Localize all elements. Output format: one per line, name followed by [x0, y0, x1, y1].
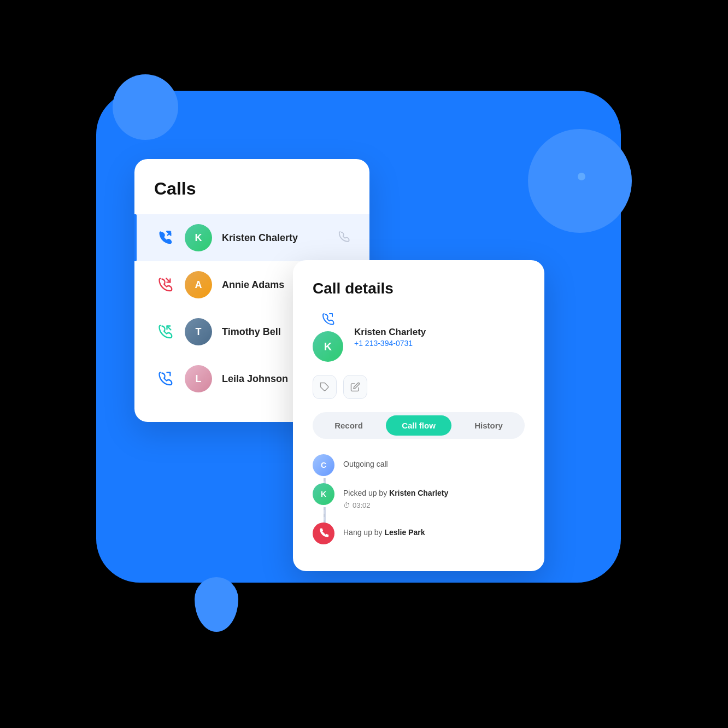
timeline-item-pickup: K Picked up by Kristen Charlety ⏱ 03:02	[313, 483, 525, 522]
tab-call-flow[interactable]: Call flow	[386, 415, 451, 436]
details-card: Call details K Kristen Charlety +1 213-3…	[293, 260, 544, 571]
call-type-icon-kristen	[154, 227, 176, 249]
details-title: Call details	[313, 280, 525, 297]
timeline-content-outgoing: Outgoing call	[343, 454, 388, 483]
timeline-text-pickup: Picked up by Kristen Charlety	[343, 488, 448, 499]
timeline-item-hangup: Hang up by Leslie Park	[313, 522, 525, 551]
timeline-item-outgoing: C Outgoing call	[313, 454, 525, 483]
call-type-icon-annie	[154, 274, 176, 296]
call-name-kristen: Kristen Chalerty	[222, 232, 338, 244]
details-contact-name: Kristen Charlety	[354, 327, 426, 338]
timeline-avatar-pickup: K	[313, 483, 334, 505]
avatar-kristen: K	[185, 224, 212, 251]
tab-history[interactable]: History	[456, 415, 521, 436]
tag-button[interactable]	[313, 375, 337, 399]
details-avatar-kristen: K	[313, 331, 343, 362]
timeline-text-outgoing: Outgoing call	[343, 459, 388, 470]
avatar-leila: L	[185, 365, 212, 392]
call-type-icon-leila	[154, 368, 176, 390]
phone-icon-kristen	[338, 231, 350, 245]
timeline-text-hangup: Hang up by Leslie Park	[343, 527, 425, 538]
deco-dot	[578, 173, 585, 180]
details-contact-phone: +1 213-394-0731	[354, 339, 426, 348]
timeline-duration: ⏱ 03:02	[343, 501, 448, 509]
calls-title: Calls	[134, 179, 369, 214]
details-contact: K Kristen Charlety +1 213-394-0731	[313, 313, 525, 362]
outgoing-call-icon	[321, 313, 334, 328]
deco-circle-topright	[528, 129, 632, 233]
duration-icon: ⏱	[343, 501, 350, 509]
edit-button[interactable]	[343, 375, 367, 399]
avatar-timothy: T	[185, 318, 212, 345]
tab-record[interactable]: Record	[316, 415, 381, 436]
timeline-content-pickup: Picked up by Kristen Charlety ⏱ 03:02	[343, 483, 448, 522]
action-buttons	[313, 375, 525, 399]
call-item-kristen[interactable]: K Kristen Chalerty	[134, 214, 369, 261]
timeline-content-hangup: Hang up by Leslie Park	[343, 522, 425, 551]
scene: Calls K Kristen Chalerty	[63, 63, 665, 665]
timeline: C Outgoing call K Picked up by Kristen C…	[313, 454, 525, 551]
timeline-avatar-caller: C	[313, 454, 334, 476]
avatar-annie: A	[185, 271, 212, 298]
timeline-avatar-hangup	[313, 522, 334, 544]
deco-circle-topleft	[113, 74, 178, 140]
call-type-icon-timothy	[154, 321, 176, 343]
deco-teardrop	[195, 577, 238, 632]
tab-bar: Record Call flow History	[313, 412, 525, 439]
details-avatar-wrap: K	[313, 313, 343, 362]
